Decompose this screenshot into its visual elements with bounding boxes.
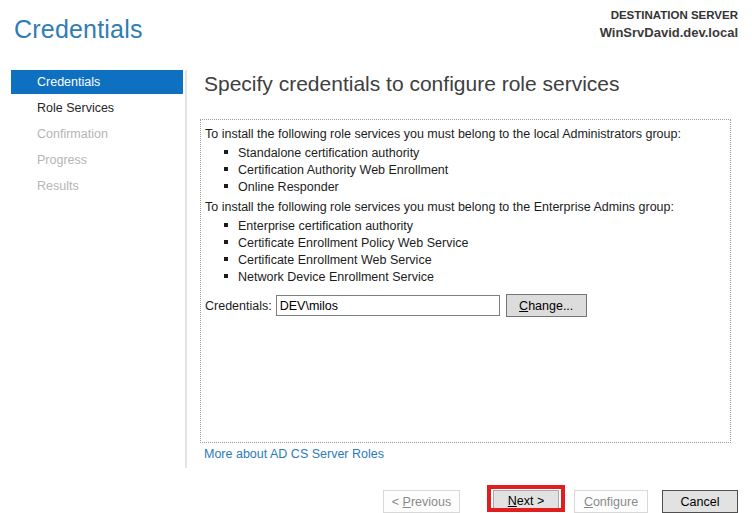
next-button-label: ext > [517,494,544,508]
list-item-label: Enterprise certification authority [238,219,413,233]
bullet-icon [224,167,228,171]
configure-button-mnemonic: C [584,495,593,509]
bullet-icon [224,184,228,188]
destination-server-label: DESTINATION SERVER [600,9,738,21]
bullet-icon [224,240,228,244]
bullet-icon [224,150,228,154]
list-item: Enterprise certification authority [224,218,730,235]
list-item: Standalone certification authority [224,145,730,162]
admin-group-list: Standalone certification authority Certi… [224,145,730,196]
sidebar-item-role-services[interactable]: Role Services [11,96,183,120]
previous-button-mnemonic: P [403,495,411,509]
role-services-info-box: To install the following role services y… [200,119,731,443]
list-item-label: Network Device Enrollment Service [238,270,434,284]
content-heading: Specify credentials to configure role se… [204,72,620,96]
change-button[interactable]: Change... [506,294,587,317]
configure-button[interactable]: Configure [574,490,648,513]
credentials-input[interactable] [276,295,500,316]
wizard-steps-sidebar: Credentials Role Services Confirmation P… [11,70,183,200]
destination-server-name: WinSrvDavid.dev.local [600,25,738,40]
admin-group-note: To install the following role services y… [201,120,730,145]
sidebar-item-progress: Progress [11,148,183,172]
list-item-label: Online Responder [238,180,339,194]
credentials-row: Credentials: Change... [205,294,587,317]
list-item: Online Responder [224,179,730,196]
wizard-window: Credentials DESTINATION SERVER WinSrvDav… [0,0,752,513]
sidebar-item-credentials[interactable]: Credentials [11,70,183,94]
next-button-mnemonic: N [508,494,517,508]
enterprise-group-note: To install the following role services y… [201,196,730,218]
bullet-icon [224,223,228,227]
bullet-icon [224,257,228,261]
more-about-link[interactable]: More about AD CS Server Roles [204,447,384,461]
list-item-label: Certificate Enrollment Policy Web Servic… [238,236,468,250]
list-item: Network Device Enrollment Service [224,269,730,286]
list-item: Certificate Enrollment Policy Web Servic… [224,235,730,252]
list-item: Certificate Enrollment Web Service [224,252,730,269]
sidebar-separator [185,70,187,468]
list-item-label: Certification Authority Web Enrollment [238,163,448,177]
credentials-label: Credentials: [205,299,272,313]
next-button[interactable]: Next > [493,490,559,511]
previous-button-prefix: < [392,495,403,509]
list-item: Certification Authority Web Enrollment [224,162,730,179]
bullet-icon [224,274,228,278]
previous-button-label: revious [411,495,451,509]
sidebar-item-results: Results [11,174,183,198]
list-item-label: Standalone certification authority [238,146,419,160]
page-title: Credentials [14,15,143,44]
previous-button[interactable]: < Previous [383,490,460,513]
sidebar-item-confirmation: Confirmation [11,122,183,146]
configure-button-label: onfigure [593,495,638,509]
change-button-mnemonic: C [519,299,528,313]
change-button-label: hange... [528,299,573,313]
cancel-button[interactable]: Cancel [662,490,738,513]
list-item-label: Certificate Enrollment Web Service [238,253,432,267]
destination-server-block: DESTINATION SERVER WinSrvDavid.dev.local [600,9,738,40]
enterprise-group-list: Enterprise certification authority Certi… [224,218,730,286]
